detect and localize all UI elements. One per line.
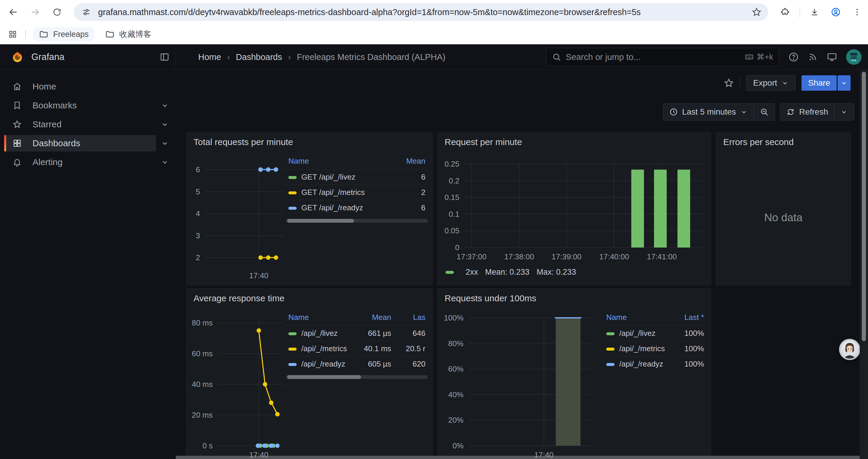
display-icon[interactable]: [827, 52, 837, 62]
series-name[interactable]: GET /api/_/metrics: [301, 188, 365, 197]
extensions-icon[interactable]: [778, 5, 792, 19]
legend-row[interactable]: GET /api/_/metrics2: [286, 185, 428, 200]
time-controls: Last 5 minutes Refresh: [176, 103, 868, 121]
legend-row[interactable]: /api/_/metrics100%: [604, 341, 706, 357]
bookmark-folder-freeleaps[interactable]: Freeleaps: [33, 27, 95, 41]
download-icon[interactable]: [808, 5, 821, 19]
legend-row[interactable]: /api/_/metrics40.1 ms20.5 r: [286, 341, 428, 357]
grafana-logo[interactable]: [11, 50, 24, 64]
favorite-star-icon[interactable]: [723, 78, 734, 88]
bookmark-folder-label: Freeleaps: [53, 30, 89, 39]
panel-errors-per-second[interactable]: Errors per second No data: [716, 132, 851, 285]
svg-text:3: 3: [196, 231, 200, 240]
sidebar-item-starred[interactable]: Starred: [0, 116, 176, 133]
panel-title[interactable]: Requests under 100ms: [445, 293, 536, 303]
help-icon[interactable]: [788, 52, 799, 62]
panel-average-response-time[interactable]: Average response time 80 ms60 ms40 ms20 …: [186, 288, 433, 459]
assistant-avatar[interactable]: [839, 339, 860, 360]
zoom-out-button[interactable]: [754, 104, 775, 120]
share-button[interactable]: Share: [802, 75, 837, 91]
legend-header[interactable]: Name: [604, 312, 668, 326]
search-placeholder: Search or jump to...: [566, 52, 641, 62]
legend-row[interactable]: GET /api/_/readyz6: [286, 200, 428, 216]
sidebar-item-label: Home: [32, 81, 56, 92]
breadcrumb-home[interactable]: Home: [198, 52, 221, 62]
panel-title[interactable]: Total requests per minute: [193, 137, 293, 147]
sidebar-item-dashboards[interactable]: Dashboards: [0, 135, 176, 152]
chevron-down-icon[interactable]: [160, 120, 169, 129]
folder-icon: [105, 30, 115, 39]
back-icon[interactable]: [6, 5, 20, 19]
breadcrumb-dashboards[interactable]: Dashboards: [236, 52, 282, 62]
legend-header[interactable]: Name: [286, 312, 351, 326]
series-name[interactable]: /api/_/readyz: [619, 359, 663, 368]
svg-text:40 ms: 40 ms: [192, 380, 213, 389]
chevron-down-icon[interactable]: [160, 101, 169, 110]
panel-title[interactable]: Request per minute: [445, 137, 522, 147]
series-name[interactable]: GET /api/_/livez: [301, 172, 355, 182]
bar-chart[interactable]: 0.250.20.150.10.05017:37:0017:38:0017:39…: [438, 132, 711, 286]
brand-name[interactable]: Grafana: [31, 52, 64, 62]
legend-row[interactable]: /api/_/readyz605 µs620: [286, 357, 428, 372]
legend-row[interactable]: /api/_/livez661 µs646: [286, 326, 428, 341]
legend-row[interactable]: /api/_/livez100%: [604, 326, 706, 341]
series-color-pill: [606, 348, 615, 351]
export-button[interactable]: Export: [746, 75, 796, 91]
folder-icon: [39, 30, 49, 39]
sidebar-item-bookmarks[interactable]: Bookmarks: [0, 97, 176, 114]
news-rss-icon[interactable]: [808, 52, 818, 62]
forward-icon[interactable]: [28, 5, 42, 19]
legend-header[interactable]: Las: [394, 312, 428, 326]
panel-requests-under-100ms[interactable]: Requests under 100ms 100%80%60%40%20%0%1…: [437, 288, 711, 459]
sidebar-item-alerting[interactable]: Alerting: [0, 154, 176, 170]
series-color-pill: [288, 176, 297, 179]
dock-sidebar-icon[interactable]: [159, 52, 169, 62]
bookmark-folder-blogs[interactable]: 收藏博客: [99, 27, 157, 42]
series-name[interactable]: /api/_/livez: [619, 329, 656, 338]
series-name[interactable]: GET /api/_/readyz: [301, 203, 363, 212]
chevron-down-icon[interactable]: [160, 139, 169, 148]
svg-text:0.25: 0.25: [444, 160, 459, 168]
refresh-label: Refresh: [799, 107, 828, 117]
legend-scrollbar[interactable]: [286, 375, 428, 379]
series-name[interactable]: /api/_/metrics: [301, 344, 347, 353]
chevron-down-icon[interactable]: [160, 158, 169, 167]
series-name[interactable]: /api/_/readyz: [301, 359, 345, 368]
legend-header[interactable]: Last *: [668, 312, 706, 326]
url-text[interactable]: grafana.mathmast.com/d/deytv4rwavabkb/fr…: [98, 7, 641, 17]
series-name[interactable]: /api/_/metrics: [619, 344, 665, 353]
refresh-interval-button[interactable]: [834, 104, 854, 120]
time-range-picker[interactable]: Last 5 minutes: [663, 104, 754, 120]
search-input[interactable]: Search or jump to... ⌘+k: [546, 48, 779, 66]
sidebar-item-home[interactable]: Home: [0, 78, 176, 95]
legend-scrollbar[interactable]: [286, 219, 428, 223]
legend-row[interactable]: /api/_/readyz100%: [604, 357, 706, 372]
refresh-button[interactable]: Refresh: [780, 104, 834, 120]
browser-menu-icon[interactable]: [850, 5, 864, 19]
panel-title[interactable]: Errors per second: [723, 137, 794, 147]
series-name[interactable]: /api/_/livez: [301, 329, 338, 338]
reload-icon[interactable]: [50, 5, 64, 19]
legend-row[interactable]: GET /api/_/livez6: [286, 169, 428, 185]
user-avatar[interactable]: [846, 49, 862, 65]
series-max: Max: 0.233: [536, 268, 576, 277]
svg-text:40%: 40%: [448, 390, 464, 399]
legend-header[interactable]: Mean: [391, 155, 428, 169]
svg-text:17:39:00: 17:39:00: [552, 252, 582, 261]
panel-total-requests[interactable]: Total requests per minute 6543217:40 Nam…: [186, 132, 433, 285]
bookmark-star-icon[interactable]: [752, 7, 762, 17]
panel-title[interactable]: Average response time: [193, 293, 284, 303]
scrollbar-thumb[interactable]: [862, 72, 866, 341]
chevron-down-icon: [740, 108, 748, 116]
legend-header[interactable]: Mean: [351, 312, 394, 326]
apps-grid-icon[interactable]: [6, 28, 20, 41]
legend-header[interactable]: Name: [286, 155, 391, 169]
profile-icon[interactable]: [829, 5, 843, 19]
panel-request-per-minute[interactable]: Request per minute 0.250.20.150.10.05017…: [437, 132, 711, 285]
series-name[interactable]: 2xx: [466, 268, 478, 277]
site-settings-icon[interactable]: [82, 7, 91, 17]
series-color-pill: [288, 332, 297, 335]
vertical-scrollbar[interactable]: [860, 70, 868, 459]
address-bar[interactable]: grafana.mathmast.com/d/deytv4rwavabkb/fr…: [74, 3, 768, 21]
share-menu-button[interactable]: [838, 75, 850, 91]
